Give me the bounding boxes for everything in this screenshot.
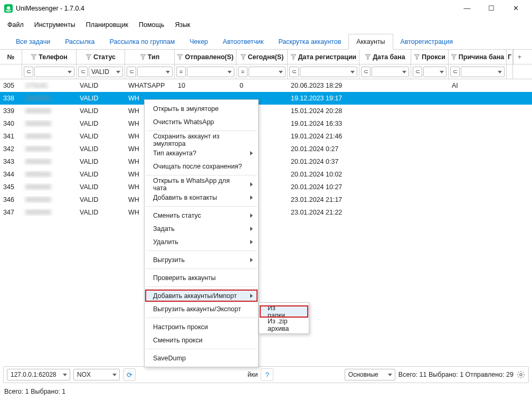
- filter-drop[interactable]: [423, 67, 446, 77]
- add-column-button[interactable]: +: [513, 50, 526, 64]
- close-button[interactable]: ✕: [504, 0, 528, 17]
- ctx-item[interactable]: Выгрузить: [145, 253, 258, 266]
- menu-language[interactable]: Язык: [175, 21, 190, 29]
- submenu-item[interactable]: Из папки: [259, 305, 309, 318]
- filter-ban[interactable]: ⊂: [359, 64, 411, 79]
- col-header-type[interactable]: Тип: [125, 50, 175, 64]
- ctx-item[interactable]: Очищать после сохранения?: [145, 160, 258, 173]
- minimize-button[interactable]: —: [455, 0, 479, 17]
- filter-sent[interactable]: =: [175, 64, 236, 79]
- ctx-item[interactable]: Тип аккаунта?: [145, 146, 258, 160]
- table-row[interactable]: 3400000000VALIDWH19.01.2024 16:33: [0, 117, 532, 130]
- context-menu[interactable]: Открыть в эмулятореОчистить WhatsAppСохр…: [144, 99, 259, 367]
- filter-drop[interactable]: [187, 67, 234, 77]
- filter-drop[interactable]: [137, 67, 173, 77]
- ctx-item[interactable]: Сменить прокси: [145, 333, 258, 347]
- ctx-item[interactable]: Очистить WhatsApp: [145, 115, 258, 128]
- combo-emulator[interactable]: NOX: [73, 369, 120, 380]
- ctx-item[interactable]: Открыть в WhatsApp для чата: [145, 178, 258, 191]
- ctx-item[interactable]: Сохранить аккаунт из эмулятора: [145, 133, 258, 146]
- table-row[interactable]: 3380000000VALIDWH19.12.2023 19:17: [0, 92, 532, 105]
- refresh-button[interactable]: ⟳: [123, 368, 136, 381]
- filter-reason[interactable]: ⊂: [449, 64, 507, 79]
- col-header-reg[interactable]: Дата регистрации: [288, 50, 359, 64]
- tab-autoresponder[interactable]: Автоответчик: [215, 34, 271, 49]
- gear-icon[interactable]: [517, 370, 525, 379]
- maximize-button[interactable]: ☐: [479, 0, 504, 17]
- cell: 0: [236, 82, 288, 89]
- tab-group-broadcast[interactable]: Рассылка по группам: [102, 34, 183, 49]
- ctx-item[interactable]: Сменить статус: [145, 209, 258, 222]
- cell: 338: [0, 95, 22, 102]
- combo-filter[interactable]: Основные: [345, 369, 395, 380]
- filter-drop[interactable]: [249, 67, 286, 77]
- context-submenu[interactable]: Из папкиИз .zip архива: [259, 302, 309, 334]
- col-header-ban[interactable]: Дата бана: [359, 50, 411, 64]
- table-row[interactable]: 3460000000VALIDWH23.01.2024 21:17: [0, 193, 532, 206]
- ctx-item[interactable]: Задать: [145, 222, 258, 235]
- tab-all-tasks[interactable]: Все задачи: [8, 34, 58, 49]
- filter-drop[interactable]: [34, 67, 74, 77]
- col-header-sent[interactable]: Отправлено(S): [175, 50, 236, 64]
- filter-status[interactable]: ⊂VALID: [77, 64, 125, 79]
- filter-proxy[interactable]: ⊂: [411, 64, 449, 79]
- menu-tools[interactable]: Инструменты: [34, 21, 75, 29]
- submenu-item[interactable]: Из .zip архива: [259, 318, 309, 331]
- help-button[interactable]: ?: [261, 368, 273, 381]
- table-row[interactable]: 3440000000VALIDWH20.01.2024 10:02: [0, 168, 532, 181]
- ctx-separator: [146, 286, 257, 287]
- filter-drop[interactable]: VALID: [89, 67, 123, 77]
- ctx-item[interactable]: Выгрузить аккаунты/Экспорт: [145, 302, 258, 315]
- table-row[interactable]: 305273142VALIDWHATSAPP10020.06.2023 18:2…: [0, 79, 532, 92]
- cell: VALID: [77, 120, 125, 127]
- filter-type[interactable]: ⊂: [125, 64, 175, 79]
- table-row[interactable]: 3410000000VALIDWH19.01.2024 21:46: [0, 130, 532, 143]
- ctx-item[interactable]: Добавить аккаунты/Импорт: [145, 289, 258, 302]
- col-header-status[interactable]: Статус: [77, 50, 125, 64]
- op-btn[interactable]: ⊂: [78, 67, 88, 77]
- ctx-item[interactable]: Настроить прокси: [145, 320, 258, 333]
- op-btn[interactable]: ⊂: [24, 67, 33, 77]
- op-btn[interactable]: ⊂: [361, 67, 370, 77]
- menu-scheduler[interactable]: Планировщик: [86, 21, 128, 29]
- ctx-item[interactable]: Проверить аккаунты: [145, 271, 258, 284]
- col-header-reason[interactable]: Причина бана: [449, 50, 507, 64]
- filter-phone[interactable]: ⊂: [22, 64, 77, 79]
- tab-autoreg[interactable]: Авторегистрация: [393, 34, 460, 49]
- col-header-no[interactable]: №: [0, 50, 22, 64]
- col-header-today[interactable]: Сегодня(S): [236, 50, 288, 64]
- tab-account-boost[interactable]: Раскрутка аккаунтов: [271, 34, 348, 49]
- tab-accounts[interactable]: Аккаунты: [348, 34, 393, 50]
- filter-drop[interactable]: [372, 67, 409, 77]
- table-row[interactable]: 3450000000VALIDWH20.01.2024 10:27: [0, 181, 532, 193]
- ctx-item[interactable]: Открыть в эмуляторе: [145, 102, 258, 115]
- col-header-phone[interactable]: Телефон: [22, 50, 77, 64]
- table-row[interactable]: 3470000000VALIDWH23.01.2024 21:22: [0, 206, 532, 219]
- menu-file[interactable]: Файл: [7, 21, 24, 29]
- combo-ip[interactable]: 127.0.0.1:62028: [7, 369, 70, 380]
- col-header-extra[interactable]: Г: [507, 50, 513, 64]
- menu-help[interactable]: Помощь: [139, 21, 164, 29]
- filter-reg[interactable]: ⊂: [288, 64, 359, 79]
- ctx-item[interactable]: SaveDump: [145, 351, 258, 365]
- op-btn[interactable]: =: [238, 67, 248, 77]
- tab-checker[interactable]: Чекер: [182, 34, 215, 49]
- op-btn[interactable]: ⊂: [413, 67, 422, 77]
- table-row[interactable]: 3430000000VALIDWH20.01.2024 0:37: [0, 155, 532, 168]
- tab-broadcast[interactable]: Рассылка: [58, 34, 102, 49]
- op-btn[interactable]: =: [176, 67, 186, 77]
- ctx-item[interactable]: Удалить: [145, 235, 258, 248]
- op-btn[interactable]: ⊂: [127, 67, 136, 77]
- table-row[interactable]: 3390000000VALIDWH15.01.2024 20:28: [0, 105, 532, 117]
- op-btn[interactable]: ⊂: [450, 67, 460, 77]
- cell: 339: [0, 107, 22, 115]
- table-row[interactable]: 3420000000VALIDWH20.01.2024 0:27: [0, 143, 532, 155]
- ctx-item[interactable]: Добавить в контакты: [145, 191, 258, 204]
- cell: 19.01.2024 21:46: [288, 133, 359, 140]
- filter-drop[interactable]: [461, 67, 505, 77]
- svg-line-7: [523, 377, 524, 377]
- op-btn[interactable]: ⊂: [289, 67, 299, 77]
- filter-today[interactable]: =: [236, 64, 288, 79]
- col-header-proxy[interactable]: Прокси: [411, 50, 449, 64]
- filter-drop[interactable]: [300, 67, 357, 77]
